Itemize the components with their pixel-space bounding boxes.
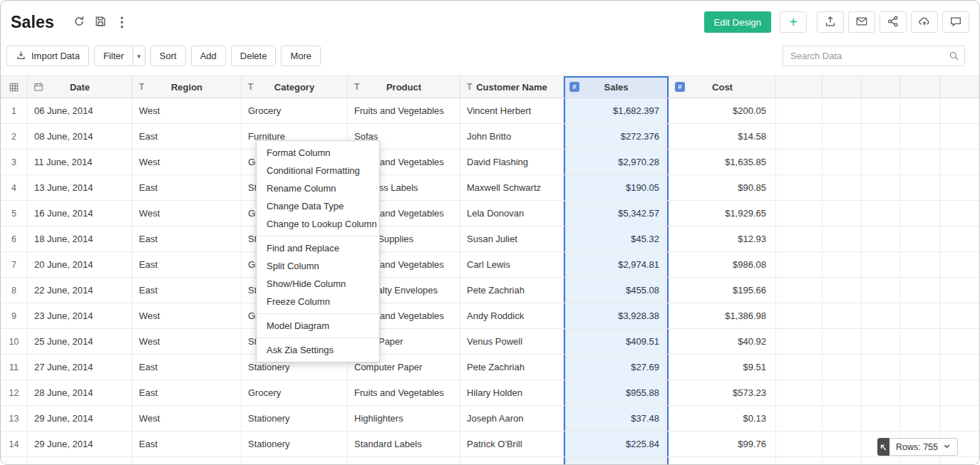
cell-date[interactable]: 08 June, 2014 [28,124,133,150]
cell-customer-name[interactable]: Patrick O'Brill [460,432,564,457]
cell-empty[interactable] [822,329,862,355]
row-number[interactable]: 12 [1,380,28,406]
cell-cost[interactable]: $1,635.85 [669,150,776,175]
cell-empty[interactable] [822,150,862,175]
cell-region[interactable] [133,457,242,465]
add-new-button[interactable]: + [780,11,807,33]
cell-empty[interactable] [822,278,862,303]
cell-region[interactable]: West [133,303,242,329]
row-number[interactable]: 10 [1,329,28,355]
cell-empty[interactable] [822,226,862,252]
cell-cost[interactable]: $99.76 [669,432,776,457]
cell-region[interactable]: West [133,406,242,432]
cell-empty[interactable] [940,303,980,329]
column-header-category[interactable]: T Category [242,75,348,98]
cell-empty[interactable] [822,457,862,465]
cell-category[interactable]: Stationery [242,406,348,432]
cell-empty[interactable] [862,124,900,150]
cell-sales[interactable]: $3,928.38 [564,303,669,329]
menu-item[interactable]: Freeze Column [257,293,379,310]
cell-empty[interactable] [940,175,980,201]
cell-empty[interactable] [862,98,900,124]
menu-item[interactable]: Model Diagram [257,317,379,335]
row-number[interactable]: 7 [1,252,28,278]
rows-count-control[interactable]: Rows: 755 [889,438,958,456]
more-button[interactable]: More [281,46,321,66]
cell-empty[interactable] [862,278,900,303]
cell-empty[interactable] [822,201,862,226]
cell-cost[interactable]: $40.92 [669,329,776,355]
cell-empty[interactable] [776,252,822,278]
row-number[interactable]: 2 [1,124,28,150]
row-number[interactable]: 8 [1,278,28,303]
cell-empty[interactable] [776,329,822,355]
cell-region[interactable]: West [133,201,242,226]
cell-empty[interactable] [900,124,940,150]
cell-product[interactable]: Fruits and Vegetables [348,98,460,124]
cell-region[interactable]: East [133,124,242,150]
cell-region[interactable]: East [133,175,242,201]
cell-empty[interactable] [822,124,862,150]
cell-empty[interactable] [940,150,980,175]
cell-region[interactable]: East [133,278,242,303]
cell-empty[interactable] [900,175,940,201]
cell-empty[interactable] [862,329,900,355]
cell-product[interactable]: Highlighters [348,406,460,432]
cell-product[interactable]: Standard Labels [348,432,460,457]
column-header-cost[interactable]: # Cost [669,75,776,98]
cell-empty[interactable] [822,175,862,201]
row-number[interactable]: 6 [1,226,28,252]
cell-empty[interactable] [822,380,862,406]
cell-date[interactable]: 28 June, 2014 [28,380,133,406]
row-number[interactable]: 3 [1,150,28,175]
cell-empty[interactable] [776,98,822,124]
row-number[interactable]: 9 [1,303,28,329]
cell-cost[interactable]: $14.58 [669,124,776,150]
cell-empty[interactable] [776,175,822,201]
cell-cost[interactable]: $12.93 [669,226,776,252]
cell-empty[interactable] [940,329,980,355]
cell-cost[interactable] [669,457,776,465]
menu-item[interactable]: Ask Zia Settings [257,341,379,359]
row-number[interactable]: 11 [1,355,28,380]
cell-empty[interactable] [900,226,940,252]
cell-date[interactable]: 11 June, 2014 [28,150,133,175]
cell-empty[interactable] [822,98,862,124]
cell-region[interactable]: East [133,432,242,457]
cell-empty[interactable] [862,406,900,432]
cell-empty[interactable] [900,380,940,406]
cell-customer-name[interactable]: Hilary Holden [460,380,564,406]
cell-sales[interactable]: $2,974.81 [564,252,669,278]
cell-empty[interactable] [776,150,822,175]
menu-item[interactable]: Rename Column [257,179,379,197]
collapse-grid-button[interactable] [877,438,889,456]
cell-sales[interactable]: $955.88 [564,380,669,406]
cell-cost[interactable]: $90.85 [669,175,776,201]
cell-cost[interactable]: $573.23 [669,380,776,406]
cell-empty[interactable] [776,124,822,150]
column-header-empty[interactable] [862,75,900,98]
menu-item[interactable]: Change to Lookup Column [257,215,379,233]
cell-date[interactable]: 23 June, 2014 [28,303,133,329]
cell-empty[interactable] [776,201,822,226]
cell-cost[interactable]: $195.66 [669,278,776,303]
cell-empty[interactable] [776,457,822,465]
cell-customer-name[interactable]: Pete Zachriah [460,355,564,380]
cell-sales[interactable]: $2,970.28 [564,150,669,175]
cell-sales[interactable]: $1,682.397 [564,98,669,124]
cell-date[interactable]: 25 June, 2014 [28,329,133,355]
column-header-date[interactable]: Date [28,75,133,98]
cell-date[interactable] [28,457,133,465]
row-number[interactable] [1,457,28,465]
cell-cost[interactable]: $0.13 [669,406,776,432]
column-header-empty[interactable] [900,75,940,98]
column-header-empty[interactable] [940,75,980,98]
cell-sales[interactable]: $45.32 [564,226,669,252]
menu-item[interactable]: Format Column [257,144,379,162]
cell-customer-name[interactable]: Joseph Aaron [460,406,564,432]
cell-region[interactable]: East [133,355,242,380]
cell-date[interactable]: 20 June, 2014 [28,252,133,278]
menu-item[interactable]: Show/Hide Column [257,275,379,293]
cell-sales[interactable]: $27.69 [564,355,669,380]
cell-empty[interactable] [940,252,980,278]
